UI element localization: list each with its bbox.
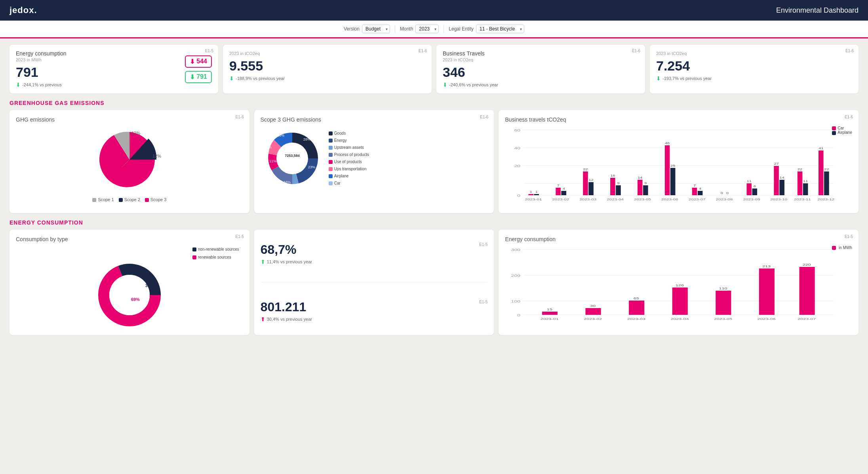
energy-dot	[329, 139, 333, 143]
svg-text:4: 4	[699, 187, 701, 190]
kpi-travels2: E1-6 2023 in tCO2eq 7.254 ⬇ -193,7% vs p…	[650, 45, 858, 93]
pct-69: 69%	[131, 297, 140, 302]
energy-metric-top: E1-5 68,7% ⬆ 11,4% vs previous year	[261, 242, 488, 265]
ghg-section-header: GREENHOUSE GAS EMISSIONS	[10, 100, 858, 106]
entity-filter: Legal Entity 11 - Best Bicycle	[449, 25, 524, 33]
energy-metrics-card: E1-5 68,7% ⬆ 11,4% vs previous year E1-5…	[254, 230, 494, 335]
svg-text:7: 7	[693, 184, 696, 187]
svg-text:41: 41	[819, 147, 824, 150]
ec-bar-m1	[542, 312, 558, 315]
kpi-energy-change-text: -244,1% vs previous	[22, 82, 62, 87]
logo: jedox.	[10, 5, 37, 15]
kpi-energy: E1-5 Energy consumption 2023 in MWh 791 …	[10, 45, 218, 93]
metric-badge1: E1-5	[479, 242, 487, 247]
legend-airplane: Airplane	[329, 173, 369, 180]
entity-select[interactable]: 11 - Best Bicycle	[476, 25, 524, 33]
energy-big-change-text: 30,4% vs previous year	[267, 317, 312, 322]
kpi-energy-left: Energy consumption 2023 in MWh 791 ⬇ -24…	[16, 50, 182, 88]
bar-m7-car	[692, 188, 697, 195]
svg-text:22: 22	[824, 168, 829, 171]
kpi-travels2-change: ⬇ -193,7% vs previous year	[656, 75, 852, 82]
cons-type-badge: E1-5	[236, 234, 244, 239]
scope3-title: Scope 3 GHG emissions	[261, 116, 488, 123]
svg-text:14: 14	[780, 176, 784, 179]
ghg-pie-container: 76% 12% 12% Scope 1 Scope 2 Scope 3	[16, 126, 243, 202]
ec-bar-m6	[759, 268, 775, 315]
ghg-pie-card: E1-6 GHG emissions 76% 12% 12%	[10, 110, 249, 213]
svg-text:2023-09: 2023-09	[743, 198, 761, 201]
filter-divider-1	[395, 25, 395, 33]
svg-text:2023-03: 2023-03	[627, 317, 645, 320]
kpi-energy-value: 791	[16, 65, 182, 80]
svg-text:1: 1	[535, 190, 538, 194]
filter-divider-2	[444, 25, 444, 33]
scope2-legend: Scope 2	[119, 197, 140, 202]
bar-m10-car	[774, 166, 779, 195]
month-select[interactable]: 2023	[415, 25, 439, 33]
kpi-co2-subtitle: 2023 in tCO2eq	[229, 51, 425, 56]
ec-legend-dot	[832, 246, 836, 250]
svg-text:40: 40	[514, 146, 521, 150]
kpi-travels2-change-text: -193,7% vs previous year	[662, 76, 712, 81]
version-select[interactable]: Budget	[362, 25, 390, 33]
travels-bar-wrapper: 60 40 20 0 1 1 2023-01 7 4	[505, 126, 852, 207]
bar-m6-air	[670, 168, 676, 195]
svg-text:25: 25	[671, 164, 676, 168]
svg-text:2023-06: 2023-06	[758, 317, 776, 320]
ec-bar-m3	[629, 301, 644, 315]
kpi-mini-red-value: 544	[196, 58, 207, 65]
month-filter: Month 2023	[400, 25, 439, 33]
svg-text:12: 12	[589, 179, 594, 182]
kpi-travels2-subtitle: 2023 in tCO2eq	[656, 51, 852, 56]
svg-text:60: 60	[514, 128, 521, 133]
svg-text:2023-05: 2023-05	[634, 198, 651, 201]
svg-text:9: 9	[645, 182, 647, 185]
svg-text:2023-11: 2023-11	[794, 198, 811, 201]
kpi-travels-subtitle: 2023 in tCO2eq	[443, 57, 639, 62]
svg-text:46: 46	[665, 142, 670, 145]
svg-text:2023-04: 2023-04	[607, 198, 624, 201]
travels-bar-badge: E1-6	[845, 115, 853, 119]
app-header: jedox. Environmental Dashboard	[0, 0, 868, 21]
bar-m2-air	[562, 191, 567, 195]
scope1-dot	[92, 198, 96, 202]
kpi-co2-change-text: -188,9% vs previous year	[236, 76, 285, 81]
travels-bar-card: E1-6 Business travels tCO2eq 60 40 20 0	[499, 110, 858, 213]
ec-bar-badge: E1-5	[845, 234, 853, 239]
svg-text:30: 30	[590, 304, 596, 307]
donut-hole2	[109, 275, 150, 315]
version-select-wrapper[interactable]: Budget	[362, 25, 390, 33]
bar-m1-car	[529, 194, 534, 195]
month-select-wrapper[interactable]: 2023	[415, 25, 439, 33]
bar-m4-air	[616, 185, 621, 195]
legend-ups: Ups transportation	[329, 166, 369, 173]
svg-text:0: 0	[726, 192, 729, 195]
entity-label: Legal Entity	[449, 26, 474, 32]
svg-text:213: 213	[763, 264, 771, 268]
car-dot	[329, 181, 333, 185]
svg-text:12%: 12%	[152, 154, 161, 158]
svg-text:2023-12: 2023-12	[818, 198, 835, 201]
donut-hole	[276, 143, 308, 174]
process-dot	[329, 153, 333, 157]
kpi-energy-title: Energy consumption	[16, 50, 182, 57]
cons-legend: non-renewable sources renewable sources	[192, 246, 239, 261]
bar-m7-air	[698, 191, 703, 195]
svg-text:2023-10: 2023-10	[771, 198, 788, 201]
pct-31: 31%	[145, 284, 153, 288]
svg-text:11: 11	[803, 180, 808, 183]
dashboard-title: Environmental Dashboard	[776, 6, 858, 15]
svg-text:100: 100	[511, 299, 521, 304]
travels-bar-title: Business travels tCO2eq	[505, 116, 852, 123]
kpi-energy-inner: Energy consumption 2023 in MWh 791 ⬇ -24…	[16, 50, 212, 88]
kpi-energy-right: ⬇ 544 ⬇ 791	[185, 50, 212, 88]
kpi-travels-change: ⬇ -240,6% vs previous year	[443, 82, 639, 88]
svg-text:7: 7	[557, 184, 560, 187]
kpi-co2-value: 9.555	[229, 58, 425, 74]
bar-m11-car	[798, 171, 803, 195]
energy-section-header: ENERGY CONSUMPTION	[10, 219, 858, 226]
entity-select-wrapper[interactable]: 11 - Best Bicycle	[476, 25, 524, 33]
ec-legend: in MWh	[832, 246, 852, 250]
ec-bar-svg: 300 200 100 0 15 2023-01 30 2023-02	[505, 246, 852, 325]
bar-m3-car	[583, 171, 588, 195]
